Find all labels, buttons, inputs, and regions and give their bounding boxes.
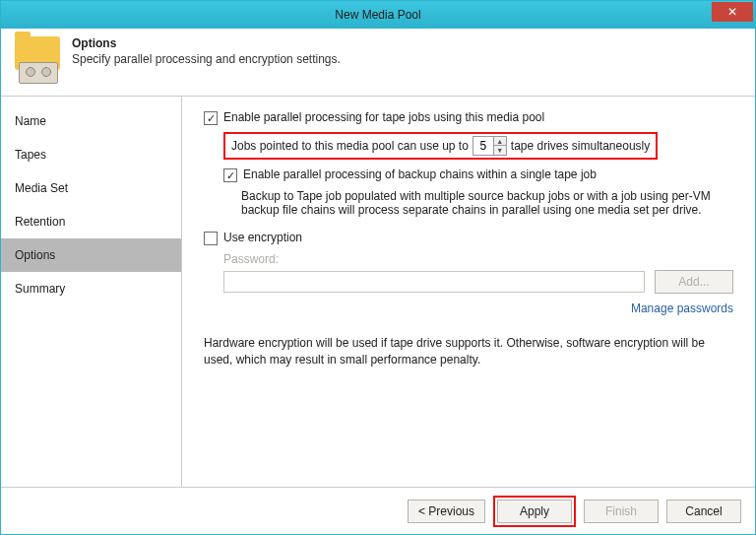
enable-parallel-row: ✓ Enable parallel processing for tape jo…	[204, 110, 733, 124]
manage-passwords-link[interactable]: Manage passwords	[631, 301, 733, 315]
sidebar-item-options[interactable]: Options	[1, 238, 181, 272]
content-pane: ✓ Enable parallel processing for tape jo…	[182, 97, 755, 487]
encryption-label: Use encryption	[223, 231, 302, 244]
encryption-checkbox[interactable]	[204, 232, 218, 245]
drives-spinner[interactable]: ▲ ▼	[472, 136, 507, 156]
drives-highlight: Jobs pointed to this media pool can use …	[223, 132, 658, 160]
enable-parallel-label: Enable parallel processing for tape jobs…	[223, 110, 544, 124]
password-row: Add...	[223, 270, 733, 294]
spin-down-icon[interactable]: ▼	[494, 146, 506, 155]
add-password-button[interactable]: Add...	[655, 270, 733, 294]
sidebar-item-media-set[interactable]: Media Set	[1, 171, 181, 205]
header-text: Options Specify parallel processing and …	[72, 36, 341, 66]
drives-prefix: Jobs pointed to this media pool can use …	[231, 139, 469, 153]
titlebar: New Media Pool ✕	[1, 1, 755, 29]
encryption-note: Hardware encryption will be used if tape…	[204, 335, 733, 368]
close-button[interactable]: ✕	[712, 2, 753, 22]
password-input	[223, 271, 645, 293]
enable-chains-checkbox[interactable]: ✓	[223, 168, 237, 182]
dialog-window: New Media Pool ✕ Options Specify paralle…	[0, 0, 756, 535]
sidebar-item-retention[interactable]: Retention	[1, 205, 181, 238]
chains-description: Backup to Tape job populated with multip…	[241, 189, 724, 217]
enable-parallel-checkbox[interactable]: ✓	[204, 111, 218, 125]
window-title: New Media Pool	[335, 8, 420, 22]
manage-row: Manage passwords	[204, 301, 733, 315]
apply-button[interactable]: Apply	[497, 500, 572, 523]
drives-suffix: tape drives simultaneously	[511, 139, 650, 153]
sidebar-item-name[interactable]: Name	[1, 104, 181, 138]
page-title: Options	[72, 36, 341, 50]
finish-button: Finish	[584, 500, 659, 523]
spin-up-icon[interactable]: ▲	[494, 137, 506, 146]
previous-button[interactable]: < Previous	[408, 500, 485, 523]
dialog-body: Name Tapes Media Set Retention Options S…	[1, 97, 755, 487]
spinner-buttons: ▲ ▼	[493, 137, 506, 155]
enable-chains-row: ✓ Enable parallel processing of backup c…	[223, 167, 733, 181]
drives-input[interactable]	[473, 137, 493, 155]
page-subtitle: Specify parallel processing and encrypti…	[72, 52, 341, 66]
media-pool-icon	[15, 36, 62, 84]
password-label: Password:	[223, 252, 733, 266]
sidebar-item-tapes[interactable]: Tapes	[1, 138, 181, 171]
sidebar-item-summary[interactable]: Summary	[1, 272, 181, 305]
footer: < Previous Apply Finish Cancel	[1, 487, 755, 534]
encryption-row: Use encryption	[204, 231, 733, 244]
sidebar: Name Tapes Media Set Retention Options S…	[1, 97, 182, 487]
enable-chains-label: Enable parallel processing of backup cha…	[243, 167, 597, 181]
page-header: Options Specify parallel processing and …	[1, 29, 755, 97]
drives-row: Jobs pointed to this media pool can use …	[223, 132, 733, 160]
apply-highlight: Apply	[493, 496, 576, 527]
cancel-button[interactable]: Cancel	[666, 500, 741, 523]
